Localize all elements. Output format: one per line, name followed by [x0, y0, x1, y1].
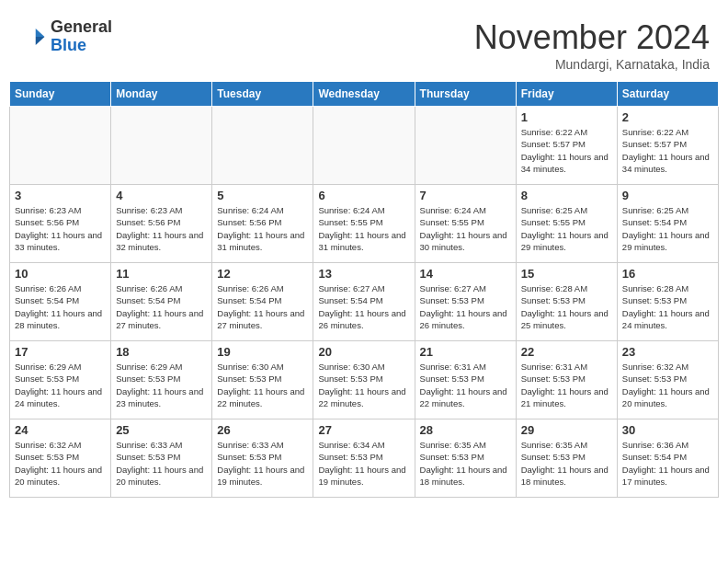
calendar-week-row: 3Sunrise: 6:23 AM Sunset: 5:56 PM Daylig… — [10, 185, 719, 263]
day-info: Sunrise: 6:36 AM Sunset: 5:54 PM Dayligh… — [622, 439, 713, 488]
calendar-week-row: 10Sunrise: 6:26 AM Sunset: 5:54 PM Dayli… — [10, 263, 719, 341]
calendar-day-cell: 5Sunrise: 6:24 AM Sunset: 5:56 PM Daylig… — [212, 185, 313, 263]
logo-general-text: General — [51, 18, 112, 37]
calendar-day-cell — [10, 107, 111, 185]
location-text: Mundargi, Karnataka, India — [474, 57, 710, 72]
calendar-day-cell: 1Sunrise: 6:22 AM Sunset: 5:57 PM Daylig… — [516, 107, 617, 185]
logo-icon — [18, 23, 46, 51]
day-info: Sunrise: 6:24 AM Sunset: 5:56 PM Dayligh… — [217, 204, 308, 253]
day-info: Sunrise: 6:31 AM Sunset: 5:53 PM Dayligh… — [420, 361, 511, 409]
logo-text: General Blue — [51, 18, 112, 55]
day-number: 18 — [116, 345, 207, 359]
day-info: Sunrise: 6:35 AM Sunset: 5:53 PM Dayligh… — [521, 439, 612, 488]
calendar-table: SundayMondayTuesdayWednesdayThursdayFrid… — [9, 81, 719, 498]
day-number: 16 — [622, 267, 713, 281]
day-info: Sunrise: 6:25 AM Sunset: 5:54 PM Dayligh… — [622, 204, 713, 253]
day-info: Sunrise: 6:26 AM Sunset: 5:54 PM Dayligh… — [15, 282, 106, 331]
calendar-day-cell — [313, 107, 415, 185]
day-info: Sunrise: 6:28 AM Sunset: 5:53 PM Dayligh… — [622, 282, 713, 331]
day-info: Sunrise: 6:26 AM Sunset: 5:54 PM Dayligh… — [116, 282, 207, 331]
calendar-day-cell: 26Sunrise: 6:33 AM Sunset: 5:53 PM Dayli… — [212, 419, 313, 498]
day-info: Sunrise: 6:27 AM Sunset: 5:53 PM Dayligh… — [420, 282, 511, 331]
day-number: 14 — [420, 267, 511, 281]
calendar-day-cell: 21Sunrise: 6:31 AM Sunset: 5:53 PM Dayli… — [415, 341, 516, 419]
day-number: 3 — [15, 189, 106, 202]
title-block: November 2024 Mundargi, Karnataka, India — [474, 18, 710, 72]
calendar-day-cell — [111, 107, 212, 185]
logo: General Blue — [18, 18, 112, 55]
calendar-day-cell: 8Sunrise: 6:25 AM Sunset: 5:55 PM Daylig… — [516, 185, 617, 263]
calendar-day-cell: 29Sunrise: 6:35 AM Sunset: 5:53 PM Dayli… — [516, 419, 617, 498]
day-number: 17 — [15, 345, 106, 359]
day-number: 2 — [622, 110, 713, 124]
weekday-header: Friday — [516, 82, 617, 107]
day-number: 28 — [420, 423, 511, 437]
day-number: 7 — [420, 189, 511, 202]
day-info: Sunrise: 6:22 AM Sunset: 5:57 PM Dayligh… — [622, 126, 713, 175]
day-info: Sunrise: 6:24 AM Sunset: 5:55 PM Dayligh… — [420, 204, 511, 253]
day-number: 5 — [217, 189, 308, 202]
day-number: 27 — [318, 423, 409, 437]
calendar-day-cell: 7Sunrise: 6:24 AM Sunset: 5:55 PM Daylig… — [415, 185, 516, 263]
day-info: Sunrise: 6:31 AM Sunset: 5:53 PM Dayligh… — [521, 361, 612, 409]
day-info: Sunrise: 6:33 AM Sunset: 5:53 PM Dayligh… — [217, 439, 308, 488]
day-number: 20 — [318, 345, 409, 359]
day-number: 4 — [116, 189, 207, 202]
day-info: Sunrise: 6:27 AM Sunset: 5:54 PM Dayligh… — [318, 282, 409, 331]
calendar-day-cell: 16Sunrise: 6:28 AM Sunset: 5:53 PM Dayli… — [617, 263, 718, 341]
calendar-day-cell: 18Sunrise: 6:29 AM Sunset: 5:53 PM Dayli… — [111, 341, 212, 419]
day-info: Sunrise: 6:23 AM Sunset: 5:56 PM Dayligh… — [116, 204, 207, 253]
day-number: 19 — [217, 345, 308, 359]
calendar-day-cell: 15Sunrise: 6:28 AM Sunset: 5:53 PM Dayli… — [516, 263, 617, 341]
day-info: Sunrise: 6:32 AM Sunset: 5:53 PM Dayligh… — [15, 439, 106, 488]
day-number: 15 — [521, 267, 612, 281]
calendar-day-cell: 28Sunrise: 6:35 AM Sunset: 5:53 PM Dayli… — [415, 419, 516, 498]
day-number: 11 — [116, 267, 207, 281]
day-info: Sunrise: 6:26 AM Sunset: 5:54 PM Dayligh… — [217, 282, 308, 331]
calendar-day-cell: 17Sunrise: 6:29 AM Sunset: 5:53 PM Dayli… — [10, 341, 111, 419]
day-info: Sunrise: 6:33 AM Sunset: 5:53 PM Dayligh… — [116, 439, 207, 488]
calendar-day-cell: 4Sunrise: 6:23 AM Sunset: 5:56 PM Daylig… — [111, 185, 212, 263]
calendar-day-cell: 10Sunrise: 6:26 AM Sunset: 5:54 PM Dayli… — [10, 263, 111, 341]
day-info: Sunrise: 6:30 AM Sunset: 5:53 PM Dayligh… — [217, 361, 308, 409]
calendar-day-cell: 14Sunrise: 6:27 AM Sunset: 5:53 PM Dayli… — [415, 263, 516, 341]
calendar-week-row: 17Sunrise: 6:29 AM Sunset: 5:53 PM Dayli… — [10, 341, 719, 419]
weekday-header: Tuesday — [212, 82, 313, 107]
weekday-header: Monday — [111, 82, 212, 107]
day-number: 8 — [521, 189, 612, 202]
calendar-day-cell: 24Sunrise: 6:32 AM Sunset: 5:53 PM Dayli… — [10, 419, 111, 498]
day-info: Sunrise: 6:29 AM Sunset: 5:53 PM Dayligh… — [15, 361, 106, 409]
calendar-day-cell: 22Sunrise: 6:31 AM Sunset: 5:53 PM Dayli… — [516, 341, 617, 419]
calendar-header-row: SundayMondayTuesdayWednesdayThursdayFrid… — [10, 82, 719, 107]
day-number: 6 — [318, 189, 409, 202]
calendar-week-row: 1Sunrise: 6:22 AM Sunset: 5:57 PM Daylig… — [10, 107, 719, 185]
day-number: 30 — [622, 423, 713, 437]
page-header: General Blue November 2024 Mundargi, Kar… — [9, 9, 719, 76]
day-info: Sunrise: 6:23 AM Sunset: 5:56 PM Dayligh… — [15, 204, 106, 253]
day-number: 12 — [217, 267, 308, 281]
day-number: 23 — [622, 345, 713, 359]
calendar-day-cell: 20Sunrise: 6:30 AM Sunset: 5:53 PM Dayli… — [313, 341, 415, 419]
day-number: 10 — [15, 267, 106, 281]
month-title: November 2024 — [474, 18, 710, 57]
day-info: Sunrise: 6:24 AM Sunset: 5:55 PM Dayligh… — [318, 204, 409, 253]
calendar-day-cell: 19Sunrise: 6:30 AM Sunset: 5:53 PM Dayli… — [212, 341, 313, 419]
calendar-day-cell: 25Sunrise: 6:33 AM Sunset: 5:53 PM Dayli… — [111, 419, 212, 498]
weekday-header: Sunday — [10, 82, 111, 107]
day-number: 13 — [318, 267, 409, 281]
calendar-day-cell: 3Sunrise: 6:23 AM Sunset: 5:56 PM Daylig… — [10, 185, 111, 263]
calendar-day-cell: 6Sunrise: 6:24 AM Sunset: 5:55 PM Daylig… — [313, 185, 415, 263]
day-info: Sunrise: 6:35 AM Sunset: 5:53 PM Dayligh… — [420, 439, 511, 488]
calendar-day-cell: 9Sunrise: 6:25 AM Sunset: 5:54 PM Daylig… — [617, 185, 718, 263]
calendar-day-cell: 12Sunrise: 6:26 AM Sunset: 5:54 PM Dayli… — [212, 263, 313, 341]
day-number: 9 — [622, 189, 713, 202]
weekday-header: Thursday — [415, 82, 516, 107]
calendar-day-cell: 27Sunrise: 6:34 AM Sunset: 5:53 PM Dayli… — [313, 419, 415, 498]
day-number: 25 — [116, 423, 207, 437]
day-info: Sunrise: 6:30 AM Sunset: 5:53 PM Dayligh… — [318, 361, 409, 409]
day-info: Sunrise: 6:29 AM Sunset: 5:53 PM Dayligh… — [116, 361, 207, 409]
weekday-header: Wednesday — [313, 82, 415, 107]
logo-blue-text: Blue — [51, 37, 112, 55]
day-number: 29 — [521, 423, 612, 437]
calendar-day-cell: 2Sunrise: 6:22 AM Sunset: 5:57 PM Daylig… — [617, 107, 718, 185]
